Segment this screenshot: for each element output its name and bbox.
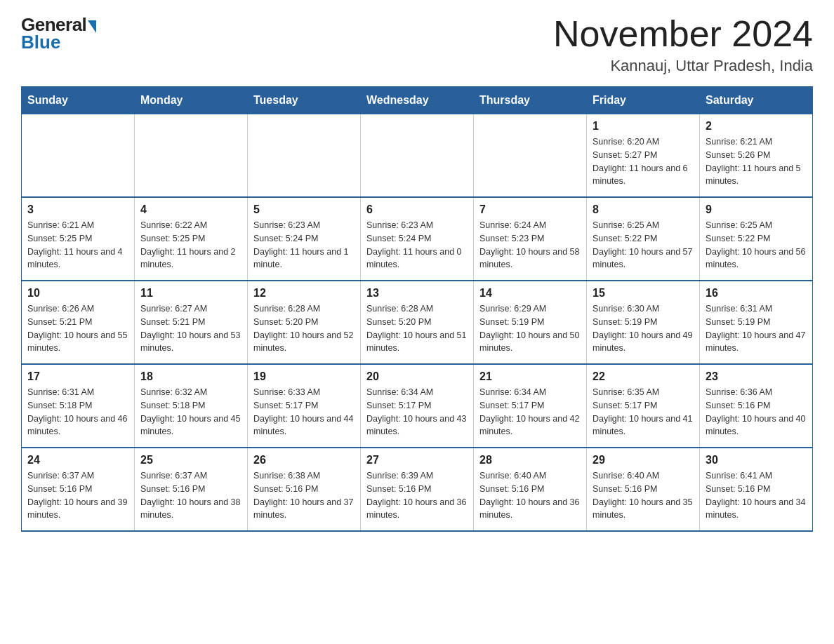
day-number: 5 xyxy=(253,203,355,216)
weekday-header-sunday: Sunday xyxy=(22,87,135,114)
day-number: 8 xyxy=(593,203,694,216)
day-number: 12 xyxy=(253,287,355,300)
calendar-cell: 21Sunrise: 6:34 AMSunset: 5:17 PMDayligh… xyxy=(474,364,587,448)
calendar-cell: 10Sunrise: 6:26 AMSunset: 5:21 PMDayligh… xyxy=(22,281,135,364)
weekday-header-thursday: Thursday xyxy=(474,87,587,114)
day-number: 16 xyxy=(706,287,807,300)
day-info: Sunrise: 6:34 AMSunset: 5:17 PMDaylight:… xyxy=(479,386,581,438)
weekday-header-friday: Friday xyxy=(587,87,700,114)
calendar-cell: 20Sunrise: 6:34 AMSunset: 5:17 PMDayligh… xyxy=(361,364,474,448)
day-info: Sunrise: 6:29 AMSunset: 5:19 PMDaylight:… xyxy=(479,302,581,355)
calendar-week-row: 3Sunrise: 6:21 AMSunset: 5:25 PMDaylight… xyxy=(22,197,813,281)
calendar-cell xyxy=(22,114,135,198)
day-number: 17 xyxy=(27,370,128,383)
day-number: 19 xyxy=(253,370,355,383)
weekday-header-monday: Monday xyxy=(135,87,248,114)
calendar-cell: 25Sunrise: 6:37 AMSunset: 5:16 PMDayligh… xyxy=(135,448,248,531)
day-info: Sunrise: 6:37 AMSunset: 5:16 PMDaylight:… xyxy=(140,469,241,522)
calendar-cell: 29Sunrise: 6:40 AMSunset: 5:16 PMDayligh… xyxy=(587,448,700,531)
calendar-cell: 23Sunrise: 6:36 AMSunset: 5:16 PMDayligh… xyxy=(700,364,813,448)
day-number: 24 xyxy=(27,454,128,467)
day-number: 15 xyxy=(593,287,694,300)
weekday-header-wednesday: Wednesday xyxy=(361,87,474,114)
day-info: Sunrise: 6:25 AMSunset: 5:22 PMDaylight:… xyxy=(593,219,694,271)
calendar-cell: 16Sunrise: 6:31 AMSunset: 5:19 PMDayligh… xyxy=(700,281,813,364)
day-info: Sunrise: 6:34 AMSunset: 5:17 PMDaylight:… xyxy=(366,386,468,438)
day-info: Sunrise: 6:38 AMSunset: 5:16 PMDaylight:… xyxy=(253,469,355,522)
day-info: Sunrise: 6:21 AMSunset: 5:25 PMDaylight:… xyxy=(27,219,128,271)
calendar-cell: 7Sunrise: 6:24 AMSunset: 5:23 PMDaylight… xyxy=(474,197,587,281)
day-number: 22 xyxy=(593,370,694,383)
day-number: 10 xyxy=(27,287,128,300)
day-info: Sunrise: 6:24 AMSunset: 5:23 PMDaylight:… xyxy=(479,219,581,271)
calendar-cell: 30Sunrise: 6:41 AMSunset: 5:16 PMDayligh… xyxy=(700,448,813,531)
calendar-cell: 22Sunrise: 6:35 AMSunset: 5:17 PMDayligh… xyxy=(587,364,700,448)
day-number: 6 xyxy=(366,203,468,216)
calendar-cell: 9Sunrise: 6:25 AMSunset: 5:22 PMDaylight… xyxy=(700,197,813,281)
calendar-cell: 26Sunrise: 6:38 AMSunset: 5:16 PMDayligh… xyxy=(248,448,361,531)
calendar-cell: 6Sunrise: 6:23 AMSunset: 5:24 PMDaylight… xyxy=(361,197,474,281)
weekday-header-tuesday: Tuesday xyxy=(248,87,361,114)
day-info: Sunrise: 6:37 AMSunset: 5:16 PMDaylight:… xyxy=(27,469,128,522)
day-number: 9 xyxy=(706,203,807,216)
title-area: November 2024 Kannauj, Uttar Pradesh, In… xyxy=(553,14,813,75)
calendar-cell: 1Sunrise: 6:20 AMSunset: 5:27 PMDaylight… xyxy=(587,114,700,198)
calendar-table: SundayMondayTuesdayWednesdayThursdayFrid… xyxy=(21,86,813,532)
calendar-week-row: 1Sunrise: 6:20 AMSunset: 5:27 PMDaylight… xyxy=(22,114,813,198)
calendar-cell: 11Sunrise: 6:27 AMSunset: 5:21 PMDayligh… xyxy=(135,281,248,364)
calendar-cell: 17Sunrise: 6:31 AMSunset: 5:18 PMDayligh… xyxy=(22,364,135,448)
calendar-week-row: 24Sunrise: 6:37 AMSunset: 5:16 PMDayligh… xyxy=(22,448,813,531)
weekday-header-saturday: Saturday xyxy=(700,87,813,114)
day-number: 1 xyxy=(593,120,694,133)
day-info: Sunrise: 6:28 AMSunset: 5:20 PMDaylight:… xyxy=(366,302,468,355)
day-number: 18 xyxy=(140,370,241,383)
day-info: Sunrise: 6:31 AMSunset: 5:18 PMDaylight:… xyxy=(27,386,128,438)
calendar-cell: 15Sunrise: 6:30 AMSunset: 5:19 PMDayligh… xyxy=(587,281,700,364)
day-info: Sunrise: 6:23 AMSunset: 5:24 PMDaylight:… xyxy=(366,219,468,271)
day-number: 3 xyxy=(27,203,128,216)
day-info: Sunrise: 6:27 AMSunset: 5:21 PMDaylight:… xyxy=(140,302,241,355)
day-number: 11 xyxy=(140,287,241,300)
day-number: 30 xyxy=(706,454,807,467)
calendar-cell xyxy=(474,114,587,198)
day-info: Sunrise: 6:35 AMSunset: 5:17 PMDaylight:… xyxy=(593,386,694,438)
calendar-cell: 14Sunrise: 6:29 AMSunset: 5:19 PMDayligh… xyxy=(474,281,587,364)
logo: General Blue xyxy=(21,14,96,53)
day-info: Sunrise: 6:32 AMSunset: 5:18 PMDaylight:… xyxy=(140,386,241,438)
calendar-cell: 12Sunrise: 6:28 AMSunset: 5:20 PMDayligh… xyxy=(248,281,361,364)
day-info: Sunrise: 6:28 AMSunset: 5:20 PMDaylight:… xyxy=(253,302,355,355)
day-info: Sunrise: 6:25 AMSunset: 5:22 PMDaylight:… xyxy=(706,219,807,271)
day-info: Sunrise: 6:30 AMSunset: 5:19 PMDaylight:… xyxy=(593,302,694,355)
calendar-cell: 18Sunrise: 6:32 AMSunset: 5:18 PMDayligh… xyxy=(135,364,248,448)
calendar-cell: 13Sunrise: 6:28 AMSunset: 5:20 PMDayligh… xyxy=(361,281,474,364)
day-info: Sunrise: 6:39 AMSunset: 5:16 PMDaylight:… xyxy=(366,469,468,522)
calendar-cell: 27Sunrise: 6:39 AMSunset: 5:16 PMDayligh… xyxy=(361,448,474,531)
calendar-cell: 3Sunrise: 6:21 AMSunset: 5:25 PMDaylight… xyxy=(22,197,135,281)
day-info: Sunrise: 6:33 AMSunset: 5:17 PMDaylight:… xyxy=(253,386,355,438)
calendar-cell: 19Sunrise: 6:33 AMSunset: 5:17 PMDayligh… xyxy=(248,364,361,448)
day-info: Sunrise: 6:31 AMSunset: 5:19 PMDaylight:… xyxy=(706,302,807,355)
day-info: Sunrise: 6:26 AMSunset: 5:21 PMDaylight:… xyxy=(27,302,128,355)
calendar-cell xyxy=(248,114,361,198)
day-info: Sunrise: 6:21 AMSunset: 5:26 PMDaylight:… xyxy=(706,135,807,188)
month-year-title: November 2024 xyxy=(553,14,813,54)
day-number: 23 xyxy=(706,370,807,383)
calendar-cell: 28Sunrise: 6:40 AMSunset: 5:16 PMDayligh… xyxy=(474,448,587,531)
logo-blue-text: Blue xyxy=(21,32,60,53)
day-number: 28 xyxy=(479,454,581,467)
day-number: 29 xyxy=(593,454,694,467)
day-info: Sunrise: 6:23 AMSunset: 5:24 PMDaylight:… xyxy=(253,219,355,271)
day-number: 2 xyxy=(706,120,807,133)
day-info: Sunrise: 6:22 AMSunset: 5:25 PMDaylight:… xyxy=(140,219,241,271)
calendar-cell: 5Sunrise: 6:23 AMSunset: 5:24 PMDaylight… xyxy=(248,197,361,281)
day-number: 13 xyxy=(366,287,468,300)
calendar-header: SundayMondayTuesdayWednesdayThursdayFrid… xyxy=(22,87,813,114)
day-number: 4 xyxy=(140,203,241,216)
day-info: Sunrise: 6:40 AMSunset: 5:16 PMDaylight:… xyxy=(593,469,694,522)
day-number: 26 xyxy=(253,454,355,467)
day-info: Sunrise: 6:20 AMSunset: 5:27 PMDaylight:… xyxy=(593,135,694,188)
calendar-cell xyxy=(361,114,474,198)
logo-arrow-icon xyxy=(88,20,96,33)
header: General Blue November 2024 Kannauj, Utta… xyxy=(21,14,813,75)
day-number: 21 xyxy=(479,370,581,383)
